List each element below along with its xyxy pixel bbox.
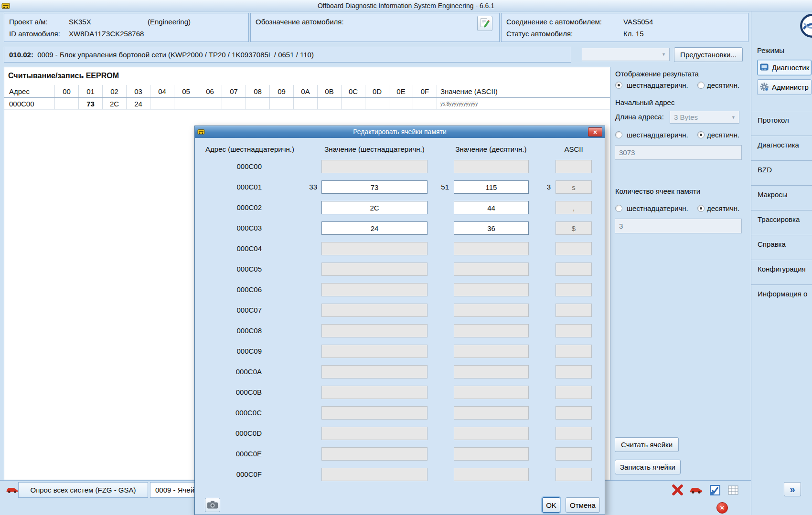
project-panel: Проект а/м: SK35X (Engineering) ID автом… <box>4 13 249 42</box>
cell-address-label: 000C0B <box>212 386 262 399</box>
sidebar-menu-item[interactable]: BZD <box>751 160 812 185</box>
start-address-label: Начальный адрес <box>615 98 674 106</box>
dialog-memory-row: 000C0E <box>195 444 605 464</box>
dialog-col-hex: Значение (шестнадцатеричн.) <box>310 145 439 154</box>
hex-value-input[interactable] <box>321 180 427 194</box>
sidebar-menu-item[interactable]: Трассировка <box>751 210 812 235</box>
count-hex-radio[interactable] <box>615 205 622 212</box>
address-length-dropdown[interactable]: 3 Bytes ▼ <box>670 111 739 124</box>
start-dec-radio[interactable] <box>697 131 705 138</box>
cell-address-label: 000C07 <box>212 304 262 317</box>
eeprom-title: Считывание/запись EEPROM <box>8 72 119 80</box>
hex-value-input[interactable] <box>321 201 427 214</box>
hex-value-input <box>321 406 427 420</box>
dec-value-input <box>454 468 529 481</box>
dec-value-input[interactable] <box>454 221 529 235</box>
sidebar-menu-item[interactable]: Диагностика <box>751 136 812 160</box>
mode-admin-button[interactable]: Администр <box>757 79 812 95</box>
eeprom-column-header: 0F <box>413 85 437 97</box>
dec-value-input[interactable] <box>454 201 529 214</box>
vas-logo <box>800 13 812 38</box>
eeprom-column-header: 0A <box>294 85 318 97</box>
old-dec-value-label <box>424 283 449 296</box>
ascii-value-field <box>556 304 592 317</box>
old-dec-value-label <box>424 324 449 337</box>
eeprom-byte-cell <box>294 98 318 109</box>
sidebar-menu-item[interactable]: Информация о <box>751 284 812 309</box>
sidebar-menu-item[interactable]: Конфигурация <box>751 260 812 284</box>
old-hex-value-label <box>289 386 317 399</box>
cancel-button[interactable]: Отмена <box>566 497 600 513</box>
address-length-value: 3 Bytes <box>674 113 698 121</box>
abort-icon[interactable] <box>671 483 684 498</box>
cell-address-label: 000C05 <box>212 263 262 276</box>
eeprom-byte-cell: 2C <box>103 98 127 109</box>
old-dec-value-label: 51 <box>424 180 449 194</box>
old-hex-value-label <box>289 365 317 378</box>
eeprom-byte-cell: 24 <box>127 98 150 109</box>
start-hex-radio[interactable] <box>615 131 622 138</box>
write-cells-button[interactable]: Записать ячейки <box>615 460 681 474</box>
result-dec-radio[interactable] <box>697 82 705 89</box>
dec-value-input <box>454 427 529 440</box>
old-hex-value-label <box>289 283 317 296</box>
eeprom-byte-cell <box>174 98 198 109</box>
dialog-memory-row: 000C0D <box>195 423 605 444</box>
presets-dropdown[interactable]: ▼ <box>582 48 670 61</box>
hex-value-input[interactable] <box>321 221 427 235</box>
close-icon[interactable]: × <box>588 127 602 137</box>
dec-value-input <box>454 304 529 317</box>
vehicle-id-value: XW8DA11Z3CK258768 <box>69 29 144 39</box>
result-hex-radio[interactable] <box>615 82 622 89</box>
ok-button[interactable]: OK <box>542 497 560 513</box>
cell-address-label: 000C02 <box>212 201 262 214</box>
sidebar-menu-item[interactable]: Макросы <box>751 185 812 210</box>
expand-sidebar-button[interactable]: » <box>784 482 801 496</box>
cell-address-label: 000C0D <box>212 427 262 440</box>
control-unit-bar: 010.02: 0009 - Блок управления бортовой … <box>4 47 571 63</box>
old-hex-value-label: 33 <box>289 180 317 194</box>
old-ascii-value-label: 3 <box>532 180 551 194</box>
cell-count-radio-group: шестнадцатеричн. десятичн. <box>615 204 748 213</box>
eeprom-byte-cell <box>365 98 389 109</box>
count-dec-radio[interactable] <box>697 205 705 212</box>
error-notification-icon[interactable]: × <box>716 502 728 514</box>
mode-label: Администр <box>772 80 809 95</box>
ascii-value-field <box>556 324 592 337</box>
old-dec-value-label <box>424 242 449 255</box>
eeprom-byte-cell <box>246 98 270 109</box>
ascii-value-field <box>556 221 592 235</box>
sidebar-menu-item[interactable]: Справка <box>751 235 812 260</box>
tab-system-scan[interactable]: Опрос всех систем (FZG - GSA) <box>18 482 148 498</box>
hex-value-input <box>321 365 427 378</box>
eeprom-row[interactable]: 000C00732C24ÿs,$ÿÿÿÿÿÿÿÿÿÿÿÿ <box>4 98 610 110</box>
dec-value-input[interactable] <box>454 180 529 194</box>
read-cells-button[interactable]: Считать ячейки <box>615 437 679 452</box>
chevron-down-icon: ▼ <box>662 48 666 61</box>
presets-button[interactable]: Предустановки... <box>674 47 743 62</box>
eeprom-byte-cell <box>198 98 222 109</box>
checkbox-check-icon[interactable] <box>709 484 721 497</box>
start-address-input[interactable] <box>615 145 742 160</box>
dec-value-input <box>454 447 529 461</box>
eeprom-column-header: 0B <box>318 85 342 97</box>
old-hex-value-label <box>289 201 317 214</box>
eeprom-column-header: 03 <box>127 85 150 97</box>
cell-address-label: 000C0F <box>212 468 262 481</box>
cell-count-input[interactable] <box>615 219 742 233</box>
screenshot-button[interactable] <box>205 498 220 512</box>
mode-diagnostics-button[interactable]: Диагностик <box>757 60 812 75</box>
car-icon[interactable] <box>689 486 703 495</box>
dialog-rows: 000C00000C0133513000C02000C03000C04000C0… <box>195 157 605 485</box>
dialog-memory-row: 000C05 <box>195 259 605 280</box>
project-value: SK35X <box>69 17 91 27</box>
sidebar-menu-item[interactable]: Протокол <box>751 111 812 136</box>
edit-designation-button[interactable] <box>477 16 492 31</box>
old-ascii-value-label <box>532 386 551 399</box>
ascii-value-field <box>556 283 592 296</box>
mode-label: Диагностик <box>772 60 809 75</box>
eeprom-byte-cell <box>389 98 413 109</box>
old-ascii-value-label <box>532 427 551 440</box>
grid-table-icon[interactable] <box>727 484 739 497</box>
eeprom-column-header: 0D <box>365 85 389 97</box>
